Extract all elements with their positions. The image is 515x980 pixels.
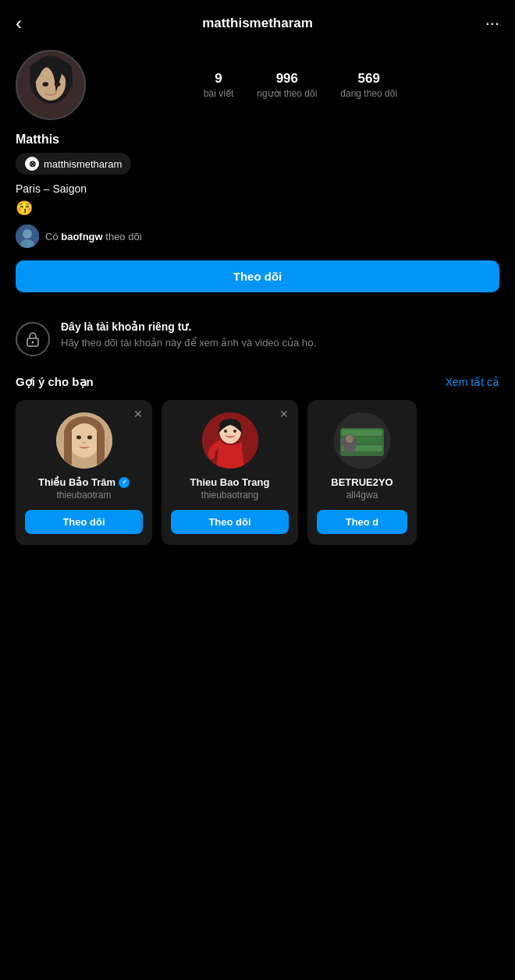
suggestion-name-1: Thiều Bảo Trâm ✓	[25, 476, 143, 488]
profile-top: 9 bài viết 996 người theo dõi 569 đang t…	[16, 50, 499, 120]
suggestions-title: Gợi ý cho bạn	[16, 375, 94, 389]
mutual-handle: baofngw	[61, 231, 102, 242]
following-label: đang theo dõi	[340, 88, 397, 99]
profile-section: 9 bài viết 996 người theo dõi 569 đang t…	[0, 44, 515, 320]
threads-icon: ⊗	[25, 157, 39, 171]
stats-section: 9 bài viết 996 người theo dõi 569 đang t…	[101, 71, 499, 99]
bio-location: Paris – Saigon	[16, 182, 499, 195]
private-account-title: Đây là tài khoản riêng tư.	[61, 320, 317, 333]
suggestion-card-1: ✕ Thiều Bảo Trâm ✓	[16, 400, 152, 545]
follow-button[interactable]: Theo dõi	[16, 260, 499, 292]
follow-suggestion-3-button[interactable]: Theo d	[317, 510, 407, 534]
posts-label: bài viết	[204, 88, 233, 99]
suggestion-handle-2: thieubaotrang	[171, 490, 289, 501]
avatar	[16, 50, 86, 120]
posts-count: 9	[204, 71, 233, 87]
private-account-section: Đây là tài khoản riêng tư. Hãy theo dõi …	[0, 320, 515, 375]
suggestion-avatar-3	[334, 412, 390, 469]
suggestion-avatar-1	[56, 412, 112, 469]
followers-label: người theo dõi	[257, 88, 317, 99]
suggestion-handle-3: all4gwa	[317, 490, 407, 501]
back-button[interactable]: ‹	[16, 12, 47, 34]
mutual-text: Có baofngw theo dõi	[45, 231, 142, 242]
svg-point-15	[76, 436, 81, 440]
verified-badge-1: ✓	[119, 477, 130, 488]
suggestion-card-2: ✕ Thieu Bao Trang thieubaotrang The	[162, 400, 298, 545]
svg-point-27	[346, 435, 353, 443]
close-card-2-button[interactable]: ✕	[279, 408, 289, 420]
stat-following[interactable]: 569 đang theo dõi	[340, 71, 397, 99]
follow-suggestion-1-button[interactable]: Theo dõi	[25, 510, 143, 534]
svg-point-12	[69, 423, 100, 458]
svg-point-16	[87, 436, 92, 440]
private-text-wrapper: Đây là tài khoản riêng tư. Hãy theo dõi …	[61, 320, 317, 350]
svg-point-3	[42, 82, 48, 87]
svg-point-28	[343, 444, 356, 453]
mutual-text-before: Có	[45, 231, 61, 242]
see-all-button[interactable]: Xem tất cả	[446, 376, 499, 388]
header-username: matthismetharam	[47, 16, 468, 31]
suggestion-name-3: BETRUE2YO	[317, 476, 407, 488]
svg-rect-14	[97, 428, 105, 467]
lock-icon	[16, 322, 50, 356]
suggestion-avatar-2	[202, 412, 258, 469]
svg-point-19	[224, 430, 227, 433]
followers-count: 996	[257, 71, 317, 87]
suggestions-header: Gợi ý cho bạn Xem tất cả	[0, 375, 515, 400]
mutual-follower-avatar	[16, 225, 39, 248]
profile-name: Matthis	[16, 133, 499, 147]
more-options-button[interactable]: ···	[468, 13, 499, 34]
close-card-1-button[interactable]: ✕	[133, 408, 143, 420]
threads-badge[interactable]: ⊗ matthismetharam	[16, 153, 131, 175]
bio-emoji: 😚	[16, 200, 499, 217]
svg-point-9	[32, 341, 34, 344]
svg-point-6	[23, 229, 32, 239]
svg-point-4	[55, 82, 61, 87]
threads-handle: matthismetharam	[44, 158, 122, 170]
svg-point-20	[233, 430, 236, 433]
suggestion-card-3: BETRUE2YO all4gwa Theo d	[307, 400, 417, 545]
suggestion-handle-1: thieubaotram	[25, 490, 143, 501]
private-account-desc: Hãy theo dõi tài khoản này để xem ảnh và…	[61, 336, 317, 350]
stat-posts[interactable]: 9 bài viết	[204, 71, 233, 99]
mutual-follower: Có baofngw theo dõi	[16, 225, 499, 248]
stat-followers[interactable]: 996 người theo dõi	[257, 71, 317, 99]
follow-suggestion-2-button[interactable]: Theo dõi	[171, 510, 289, 534]
svg-rect-13	[64, 428, 72, 467]
mutual-text-after: theo dõi	[103, 231, 142, 242]
header: ‹ matthismetharam ···	[0, 0, 515, 44]
suggestion-name-2: Thieu Bao Trang	[171, 476, 289, 488]
following-count: 569	[340, 71, 397, 87]
suggestions-scroll: ✕ Thiều Bảo Trâm ✓	[0, 400, 515, 545]
